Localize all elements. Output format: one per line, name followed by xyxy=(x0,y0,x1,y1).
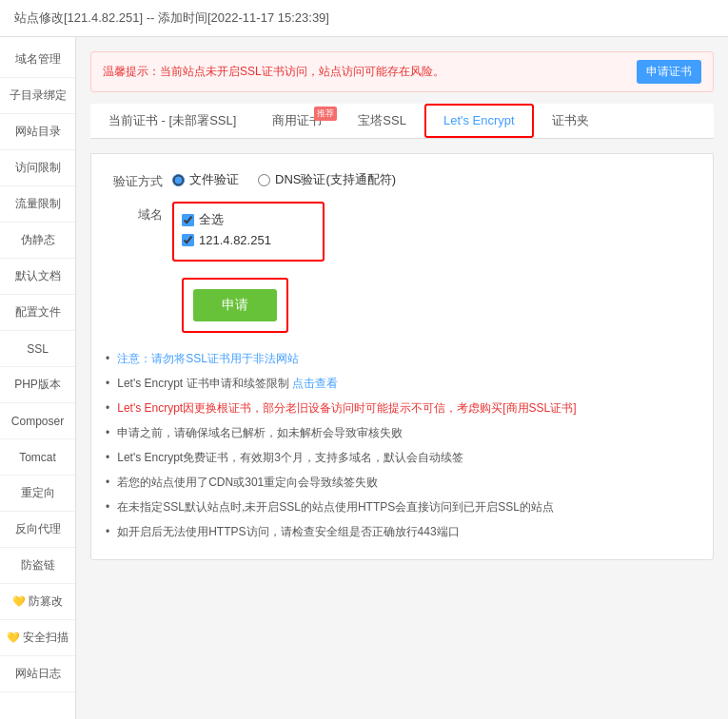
note-7: • 在未指定SSL默认站点时,未开启SSL的站点使用HTTPS会直接访问到已开启… xyxy=(106,496,698,518)
domain-ip-option[interactable]: 121.4.82.251 xyxy=(182,233,315,247)
note-1-text: 注意：请勿将SSL证书用于非法网站 xyxy=(117,347,299,370)
tab-content: 验证方式 文件验证 DNS验证(支持通配符) 域名 xyxy=(90,153,714,560)
domain-ip-label: 121.4.82.251 xyxy=(199,233,271,247)
bullet-3: • xyxy=(106,397,109,419)
sidebar-item-default-doc[interactable]: 默认文档 xyxy=(0,259,75,295)
sidebar-item-label-pseudo-static: 伪静态 xyxy=(21,232,55,248)
bullet-7: • xyxy=(106,496,109,518)
note-5-text: Let's Encrypt免费证书，有效期3个月，支持多域名，默认会自动续签 xyxy=(117,446,463,469)
tab-lets-encrypt[interactable]: Let's Encrypt xyxy=(424,104,534,138)
bullet-2: • xyxy=(106,372,109,395)
sidebar-item-label-composer: Composer xyxy=(11,415,64,428)
bullet-8: • xyxy=(106,520,109,543)
sidebar-item-label-subdomain-bind: 子目录绑定 xyxy=(10,87,67,104)
sidebar-item-composer[interactable]: Composer xyxy=(0,403,75,439)
anti-tamper-icon: 💛 xyxy=(12,595,26,608)
bullet-4: • xyxy=(106,421,109,444)
sidebar-item-hotlink-protect[interactable]: 防盗链 xyxy=(0,548,75,584)
sidebar-item-label-website-log: 网站日志 xyxy=(15,666,61,682)
select-all-checkbox[interactable] xyxy=(182,214,194,226)
bullet-6: • xyxy=(106,471,109,494)
submit-area: 申请 xyxy=(182,278,288,333)
note-4-text: 申请之前，请确保域名已解析，如未解析会导致审核失败 xyxy=(117,421,403,444)
select-all-option[interactable]: 全选 xyxy=(182,211,315,228)
sidebar-item-label-website-dir: 网站目录 xyxy=(15,124,61,140)
sidebar-item-traffic-limit[interactable]: 流量限制 xyxy=(0,186,75,223)
bullet-1: • xyxy=(106,347,109,370)
note-6-text: 若您的站点使用了CDN或301重定向会导致续签失败 xyxy=(117,471,378,494)
sidebar-item-label-ssl: SSL xyxy=(27,342,49,356)
sidebar-item-label-default-doc: 默认文档 xyxy=(15,268,61,284)
sidebar-item-label-traffic-limit: 流量限制 xyxy=(15,196,61,212)
domain-row: 域名 全选 121.4.82.251 xyxy=(106,202,698,262)
note-2-text: Let's Encrypt 证书申请和续签限制 点击查看 xyxy=(117,372,338,395)
sidebar-item-label-php-version: PHP版本 xyxy=(14,377,61,393)
sidebar: 域名管理子目录绑定网站目录访问限制流量限制伪静态默认文档配置文件SSLPHP版本… xyxy=(0,37,76,719)
sidebar-item-label-hotlink-protect: 防盗链 xyxy=(21,557,55,573)
select-all-label: 全选 xyxy=(199,211,224,228)
note-2-link[interactable]: 点击查看 xyxy=(292,377,338,390)
dns-verify-label: DNS验证(支持通配符) xyxy=(275,171,396,188)
notes-section: • 注意：请勿将SSL证书用于非法网站 • Let's Encrypt 证书申请… xyxy=(106,347,698,543)
sidebar-item-label-access-limit: 访问限制 xyxy=(15,160,61,176)
sidebar-item-label-security-scan: 安全扫描 xyxy=(23,630,69,646)
verify-method-row: 验证方式 文件验证 DNS验证(支持通配符) xyxy=(106,168,698,190)
domain-box: 全选 121.4.82.251 xyxy=(172,202,325,262)
note-5: • Let's Encrypt免费证书，有效期3个月，支持多域名，默认会自动续签 xyxy=(106,446,698,469)
sidebar-item-anti-tamper[interactable]: 💛防篡改 xyxy=(0,584,75,620)
sidebar-item-website-dir[interactable]: 网站目录 xyxy=(0,114,75,150)
note-3: • Let's Encrypt因更换根证书，部分老旧设备访问时可能提示不可信，考… xyxy=(106,397,698,419)
sidebar-item-config-file[interactable]: 配置文件 xyxy=(0,295,75,331)
sidebar-item-domain-mgmt[interactable]: 域名管理 xyxy=(0,42,75,78)
tab-badge-commercial-cert: 推荐 xyxy=(314,107,337,121)
sidebar-item-label-anti-tamper: 防篡改 xyxy=(29,593,63,610)
sidebar-item-reverse-proxy[interactable]: 反向代理 xyxy=(0,512,75,548)
verify-method-label: 验证方式 xyxy=(106,168,172,190)
main-layout: 域名管理子目录绑定网站目录访问限制流量限制伪静态默认文档配置文件SSLPHP版本… xyxy=(0,37,728,719)
sidebar-item-label-tomcat: Tomcat xyxy=(19,451,56,464)
note-8: • 如开启后无法使用HTTPS访问，请检查安全组是否正确放行443端口 xyxy=(106,520,698,543)
note-1: • 注意：请勿将SSL证书用于非法网站 xyxy=(106,347,698,370)
note-3-text: Let's Encrypt因更换根证书，部分老旧设备访问时可能提示不可信，考虑购… xyxy=(117,397,576,419)
note-8-text: 如开启后无法使用HTTPS访问，请检查安全组是否正确放行443端口 xyxy=(117,520,459,543)
sidebar-item-label-reverse-proxy: 反向代理 xyxy=(15,521,61,537)
dns-verify-option[interactable]: DNS验证(支持通配符) xyxy=(258,171,396,188)
note-6: • 若您的站点使用了CDN或301重定向会导致续签失败 xyxy=(106,471,698,494)
tab-current-cert[interactable]: 当前证书 - [未部署SSL] xyxy=(90,104,254,138)
sidebar-item-label-domain-mgmt: 域名管理 xyxy=(15,51,61,68)
note-2: • Let's Encrypt 证书申请和续签限制 点击查看 xyxy=(106,372,698,395)
sidebar-item-subdomain-bind[interactable]: 子目录绑定 xyxy=(0,78,75,114)
page-title: 站点修改[121.4.82.251] -- 添加时间[2022-11-17 15… xyxy=(14,10,329,25)
domain-list: 全选 121.4.82.251 xyxy=(172,202,698,262)
security-scan-icon: 💛 xyxy=(7,632,20,644)
file-verify-option[interactable]: 文件验证 xyxy=(172,171,239,188)
domain-label: 域名 xyxy=(106,202,172,223)
bullet-5: • xyxy=(106,446,109,469)
sidebar-item-ssl[interactable]: SSL xyxy=(0,331,75,367)
warning-text: 温馨提示：当前站点未开启SSL证书访问，站点访问可能存在风险。 xyxy=(103,64,444,80)
domain-ip-checkbox[interactable] xyxy=(182,234,194,246)
sidebar-item-pseudo-static[interactable]: 伪静态 xyxy=(0,223,75,259)
sidebar-item-tomcat[interactable]: Tomcat xyxy=(0,439,75,476)
dns-verify-radio[interactable] xyxy=(258,174,270,186)
sidebar-item-label-redirect: 重定向 xyxy=(21,485,55,501)
tab-commercial-cert[interactable]: 商用证书推荐 xyxy=(254,104,340,138)
submit-button[interactable]: 申请 xyxy=(193,289,277,321)
sidebar-item-security-scan[interactable]: 💛安全扫描 xyxy=(0,620,75,656)
page-header: 站点修改[121.4.82.251] -- 添加时间[2022-11-17 15… xyxy=(0,0,728,37)
tab-baota-ssl[interactable]: 宝塔SSL xyxy=(340,104,424,138)
sidebar-item-php-version[interactable]: PHP版本 xyxy=(0,367,75,403)
sidebar-item-website-log[interactable]: 网站日志 xyxy=(0,656,75,692)
file-verify-label: 文件验证 xyxy=(189,171,239,188)
note-7-text: 在未指定SSL默认站点时,未开启SSL的站点使用HTTPS会直接访问到已开启SS… xyxy=(117,496,554,518)
verify-method-options: 文件验证 DNS验证(支持通配符) xyxy=(172,168,698,188)
warning-bar: 温馨提示：当前站点未开启SSL证书访问，站点访问可能存在风险。 申请证书 xyxy=(90,51,714,92)
tab-cert-folder[interactable]: 证书夹 xyxy=(534,104,607,138)
apply-cert-button[interactable]: 申请证书 xyxy=(637,60,701,84)
file-verify-radio[interactable] xyxy=(172,174,185,186)
main-content: 温馨提示：当前站点未开启SSL证书访问，站点访问可能存在风险。 申请证书 当前证… xyxy=(76,37,728,719)
note-4: • 申请之前，请确保域名已解析，如未解析会导致审核失败 xyxy=(106,421,698,444)
tabs-row: 当前证书 - [未部署SSL]商用证书推荐宝塔SSLLet's Encrypt证… xyxy=(90,104,714,139)
sidebar-item-access-limit[interactable]: 访问限制 xyxy=(0,150,75,186)
sidebar-item-redirect[interactable]: 重定向 xyxy=(0,476,75,512)
